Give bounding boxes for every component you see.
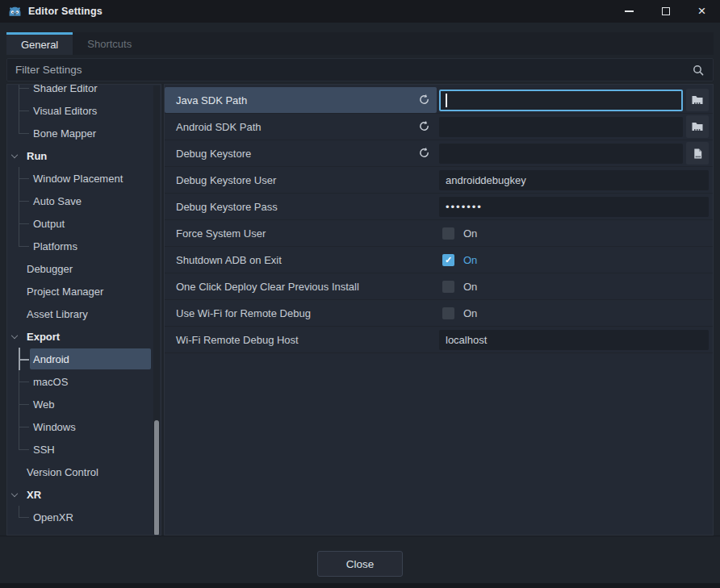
checkbox-label[interactable]: On [463, 220, 477, 247]
settings-tree-list: Shader EditorVisual EditorsBone MapperRu… [7, 84, 151, 536]
maximize-icon [662, 7, 670, 15]
sidebar-item-macos[interactable]: macOS [7, 370, 151, 393]
setting-row-android-sdk-path: Android SDK Path [165, 114, 713, 140]
sidebar-item-label: Visual Editors [33, 105, 97, 117]
setting-input-android-sdk-path[interactable] [439, 117, 683, 137]
setting-row-java-sdk-path: Java SDK Path [165, 87, 713, 114]
checkbox-force-system-user[interactable] [442, 227, 454, 240]
chevron-down-icon[interactable] [11, 490, 18, 497]
sidebar-item-openxr[interactable]: OpenXR [7, 506, 151, 528]
settings-tree: Shader EditorVisual EditorsBone MapperRu… [6, 84, 161, 536]
sidebar-item-label: Window Placement [33, 173, 123, 185]
close-window-button[interactable]: × [684, 0, 720, 23]
window-controls: × [611, 0, 720, 23]
sidebar-item-label: Android [33, 353, 69, 365]
setting-input-debug-keystore[interactable] [439, 144, 683, 164]
search-icon [692, 64, 705, 77]
setting-row-wi-fi-remote-debug-host: Wi-Fi Remote Debug Host [165, 327, 713, 353]
sidebar-item-label: macOS [33, 376, 68, 388]
folder-picker-button[interactable] [686, 89, 709, 111]
close-button[interactable]: Close [317, 551, 403, 577]
sidebar-item-debugger[interactable]: Debugger [7, 257, 151, 280]
window-title: Editor Settings [28, 6, 103, 17]
setting-row-one-click-deploy-clear-previous-install: One Click Deploy Clear Previous InstallO… [165, 273, 713, 300]
sidebar-item-project-manager[interactable]: Project Manager [7, 280, 151, 302]
setting-label: Wi-Fi Remote Debug Host [176, 327, 299, 353]
setting-row-shutdown-adb-on-exit: Shutdown ADB on Exit✓On [165, 247, 713, 273]
revert-icon[interactable] [418, 147, 431, 160]
setting-label: Android SDK Path [176, 114, 262, 140]
titlebar: Editor Settings × [0, 0, 720, 23]
sidebar-item-metadata[interactable]: Metadata [7, 528, 151, 536]
checkbox-one-click-deploy-clear-previous-install[interactable] [442, 281, 454, 293]
settings-list: Java SDK PathAndroid SDK PathDebug Keyst… [164, 84, 714, 536]
sidebar-item-label: Project Manager [27, 286, 103, 298]
file-picker-button[interactable] [686, 142, 709, 165]
setting-row-use-wi-fi-for-remote-debug: Use Wi-Fi for Remote DebugOn [165, 300, 713, 327]
sidebar-item-version-control[interactable]: Version Control [7, 461, 151, 483]
sidebar-item-visual-editors[interactable]: Visual Editors [7, 99, 151, 122]
setting-row-debug-keystore-pass: Debug Keystore Pass [165, 194, 713, 220]
sidebar-item-label: Shader Editor [33, 84, 98, 94]
folder-picker-button[interactable] [686, 115, 709, 138]
checkbox-label[interactable]: On [463, 300, 477, 327]
setting-label: Force System User [176, 220, 266, 247]
tab-general[interactable]: General [6, 32, 73, 55]
sidebar-item-label: Run [27, 150, 47, 162]
bottom-strip [0, 583, 720, 588]
sidebar-item-android[interactable]: Android [7, 348, 151, 370]
setting-row-debug-keystore-user: Debug Keystore User [165, 167, 713, 194]
sidebar-item-label: Export [27, 331, 60, 343]
close-icon: × [698, 4, 706, 18]
setting-input-debug-keystore-user[interactable] [439, 170, 709, 190]
setting-input-java-sdk-path[interactable] [439, 90, 683, 111]
sidebar-item-xr[interactable]: XR [7, 483, 151, 506]
setting-label: Debug Keystore Pass [176, 194, 278, 220]
checkbox-label[interactable]: On [463, 273, 477, 300]
checkbox-use-wi-fi-for-remote-debug[interactable] [442, 307, 454, 319]
sidebar-item-label: Platforms [33, 240, 77, 252]
maximize-button[interactable] [647, 0, 684, 23]
minimize-button[interactable] [611, 0, 647, 23]
sidebar-item-export[interactable]: Export [7, 325, 151, 348]
sidebar-item-run[interactable]: Run [7, 144, 151, 167]
setting-label: Shutdown ADB on Exit [176, 247, 282, 273]
setting-label: One Click Deploy Clear Previous Install [176, 273, 359, 300]
sidebar-item-auto-save[interactable]: Auto Save [7, 190, 151, 212]
chevron-down-icon[interactable] [11, 152, 18, 158]
godot-logo-icon [8, 5, 22, 19]
text-caret [446, 94, 447, 107]
sidebar-item-platforms[interactable]: Platforms [7, 235, 151, 257]
setting-input-debug-keystore-pass[interactable] [439, 197, 709, 217]
sidebar-item-shader-editor[interactable]: Shader Editor [7, 84, 151, 99]
checkbox-label[interactable]: On [463, 247, 477, 273]
revert-icon[interactable] [418, 120, 431, 133]
setting-input-wi-fi-remote-debug-host[interactable] [439, 330, 709, 350]
sidebar-item-label: SSH [33, 444, 55, 456]
revert-icon[interactable] [418, 94, 431, 106]
minimize-icon [625, 10, 634, 12]
tab-label: General [21, 39, 58, 51]
footer-bar: Close [0, 536, 720, 583]
setting-label: Debug Keystore User [176, 167, 276, 194]
sidebar-item-label: Bone Mapper [33, 127, 96, 140]
tab-shortcuts[interactable]: Shortcuts [73, 32, 146, 55]
tree-scrollbar-thumb[interactable] [154, 420, 159, 536]
filter-settings-input[interactable] [7, 59, 713, 81]
setting-label: Java SDK Path [176, 87, 247, 114]
chevron-down-icon[interactable] [11, 332, 18, 339]
sidebar-item-label: Debugger [27, 263, 73, 275]
sidebar-item-bone-mapper[interactable]: Bone Mapper [7, 122, 151, 144]
sidebar-item-label: Version Control [27, 466, 98, 478]
sidebar-item-windows[interactable]: Windows [7, 415, 151, 438]
sidebar-item-label: Web [33, 398, 55, 411]
sidebar-item-asset-library[interactable]: Asset Library [7, 302, 151, 325]
sidebar-item-window-placement[interactable]: Window Placement [7, 167, 151, 190]
sidebar-item-web[interactable]: Web [7, 393, 151, 415]
setting-label: Use Wi-Fi for Remote Debug [176, 300, 311, 327]
sidebar-item-output[interactable]: Output [7, 212, 151, 235]
checkmark-icon: ✓ [445, 256, 452, 265]
checkbox-shutdown-adb-on-exit[interactable]: ✓ [442, 254, 454, 266]
tree-scrollbar[interactable] [153, 85, 160, 534]
sidebar-item-ssh[interactable]: SSH [7, 438, 151, 461]
